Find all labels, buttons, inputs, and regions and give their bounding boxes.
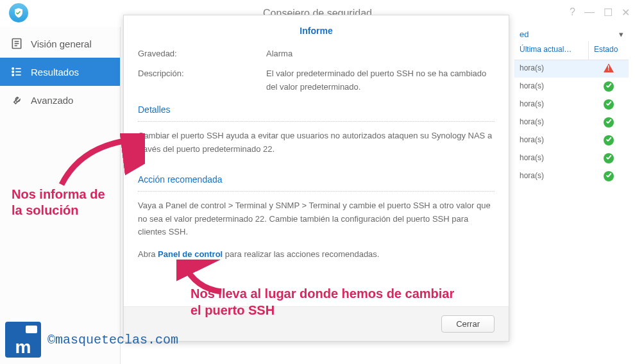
divider — [138, 191, 495, 192]
action-text: Vaya a Panel de control > Terminal y SNM… — [138, 199, 495, 239]
ok-icon — [604, 135, 614, 145]
ok-icon — [604, 153, 614, 163]
sidebar-item-results[interactable]: Resultados — [0, 58, 120, 86]
description-label: Descripción: — [138, 67, 266, 94]
ok-icon — [604, 171, 614, 181]
annotation-text-2: Nos lleva al lugar donde hemos de cambia… — [190, 285, 460, 318]
alarm-icon — [604, 63, 614, 72]
severity-label: Gravedad: — [138, 47, 266, 61]
document-icon — [10, 37, 23, 50]
status-cell — [589, 150, 629, 168]
svg-point-5 — [12, 71, 14, 73]
filter-dropdown-label: ed — [520, 29, 529, 39]
wrench-icon — [10, 94, 23, 106]
ok-icon — [604, 99, 614, 110]
watermark: m ©masqueteclas.com — [5, 322, 178, 358]
svg-point-6 — [12, 74, 14, 76]
ok-icon — [604, 81, 614, 92]
svg-point-4 — [12, 68, 14, 70]
sidebar-item-overview[interactable]: Visión general — [0, 29, 120, 58]
sidebar-item-label: Resultados — [31, 67, 79, 78]
watermark-text: ©masqueteclas.com — [47, 333, 178, 347]
divider — [138, 121, 495, 122]
table-row[interactable]: hora(s) — [514, 150, 629, 168]
minimize-icon[interactable]: — — [584, 6, 595, 19]
app-shield-icon — [9, 3, 28, 22]
status-cell — [589, 114, 629, 132]
annotation-text-1: Nos informa de la solución — [12, 186, 114, 219]
sidebar-item-label: Avanzado — [31, 95, 73, 106]
status-cell — [589, 96, 629, 114]
action-heading: Acción recomendada — [138, 172, 495, 186]
results-header-row: Última actual… Estado — [514, 41, 629, 60]
ok-icon — [604, 117, 614, 128]
watermark-badge: m — [5, 322, 41, 358]
status-cell — [589, 78, 629, 96]
table-row[interactable]: hora(s) — [514, 168, 629, 186]
window-controls: ? — ☐ ✕ — [570, 6, 630, 19]
dialog-title: Informe — [124, 15, 509, 46]
table-row[interactable]: hora(s) — [514, 60, 629, 78]
description-value: El valor predeterminado del puerto SSH n… — [266, 67, 495, 94]
control-panel-link[interactable]: Panel de control — [158, 249, 223, 259]
help-icon[interactable]: ? — [570, 6, 575, 19]
status-cell — [589, 168, 629, 186]
sidebar-item-label: Visión general — [31, 38, 92, 49]
maximize-icon[interactable]: ☐ — [604, 6, 613, 19]
table-row[interactable]: hora(s) — [514, 96, 629, 114]
annotation-arrow-icon — [55, 133, 145, 191]
filter-dropdown[interactable]: ed ▾ — [514, 27, 629, 41]
column-status[interactable]: Estado — [589, 41, 629, 60]
results-table-fragment: Última actual… Estado hora(s) hora(s) ho… — [514, 41, 629, 186]
details-text: Cambiar el puerto SSH ayuda a evitar que… — [138, 129, 495, 156]
chevron-down-icon: ▾ — [619, 29, 623, 39]
app-window: Consejero de seguridad ? — ☐ ✕ Visión ge… — [0, 0, 635, 364]
table-row[interactable]: hora(s) — [514, 114, 629, 132]
status-cell — [589, 60, 629, 78]
status-cell — [589, 132, 629, 150]
severity-value: Alarma — [266, 47, 495, 61]
column-last-update[interactable]: Última actual… — [514, 41, 589, 60]
table-row[interactable]: hora(s) — [514, 78, 629, 96]
details-heading: Detalles — [138, 103, 495, 117]
list-icon — [10, 65, 23, 78]
close-window-icon[interactable]: ✕ — [622, 6, 630, 19]
sidebar-item-advanced[interactable]: Avanzado — [0, 86, 120, 114]
table-row[interactable]: hora(s) — [514, 132, 629, 150]
